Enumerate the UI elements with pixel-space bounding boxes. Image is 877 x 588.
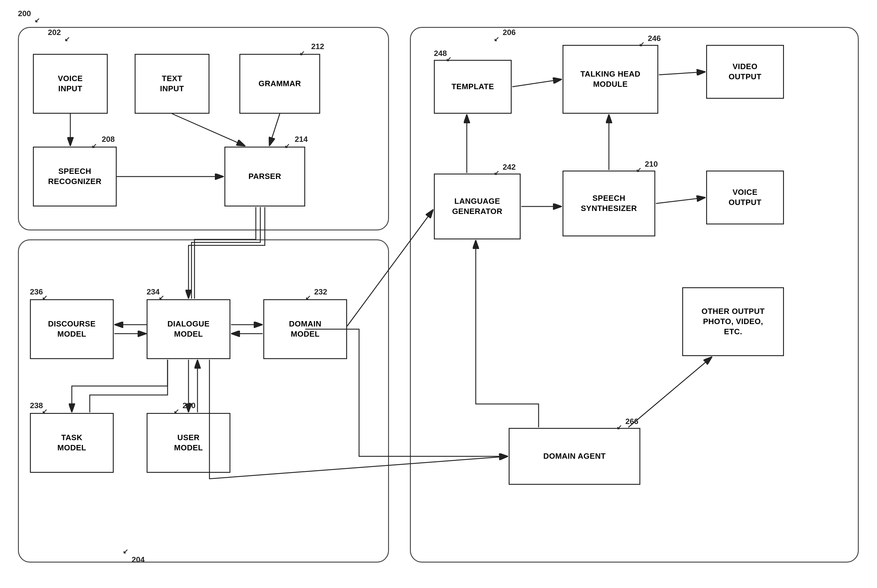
user-model-box: USERMODEL bbox=[147, 413, 230, 473]
ref-202: 202 bbox=[48, 28, 61, 37]
voice-input-box: VOICEINPUT bbox=[33, 54, 108, 114]
ref-200: 200 bbox=[18, 9, 31, 18]
ref-204: 204 bbox=[132, 555, 144, 564]
ref-arrow-206: ↙ bbox=[494, 35, 499, 43]
ref-236: 236 bbox=[30, 287, 43, 297]
talking-head-module-box: TALKING HEADMODULE bbox=[562, 45, 658, 114]
ref-240: 240 bbox=[183, 401, 195, 410]
video-output-box: VIDEOOUTPUT bbox=[706, 45, 784, 99]
ref-arrow-200: ↙ bbox=[34, 16, 40, 24]
ref-206: 206 bbox=[503, 28, 516, 37]
voice-output-box: VOICEOUTPUT bbox=[706, 171, 784, 224]
ref-238: 238 bbox=[30, 401, 43, 410]
parser-box: PARSER bbox=[225, 147, 305, 207]
text-input-box: TEXTINPUT bbox=[135, 54, 210, 114]
ref-248: 266 bbox=[625, 417, 638, 426]
ref-242: 242 bbox=[503, 162, 516, 172]
grammar-box: GRAMMAR bbox=[239, 54, 320, 114]
ref-arrow-202: ↙ bbox=[64, 35, 70, 43]
ref-arrow-204: ↙ bbox=[123, 548, 128, 555]
ref-212: 212 bbox=[311, 42, 324, 51]
ref-246: 246 bbox=[648, 34, 661, 43]
domain-agent-box: DOMAIN AGENT bbox=[509, 428, 640, 485]
template-box: TEMPLATE bbox=[434, 60, 512, 114]
ref-210: 210 bbox=[645, 159, 658, 169]
language-generator-box: LANGUAGEGENERATOR bbox=[434, 174, 521, 239]
ref-214: 214 bbox=[295, 135, 307, 144]
ref-234: 234 bbox=[147, 287, 159, 297]
container-204 bbox=[18, 239, 389, 562]
ref-266: 248 bbox=[434, 49, 447, 58]
task-model-box: TASKMODEL bbox=[30, 413, 114, 473]
ref-208: 208 bbox=[102, 135, 115, 144]
discourse-model-box: DISCOURSEMODEL bbox=[30, 299, 114, 359]
dialogue-model-box: DIALOGUEMODEL bbox=[147, 299, 230, 359]
other-output-box: OTHER OUTPUTPHOTO, VIDEO,ETC. bbox=[682, 287, 784, 356]
ref-232: 232 bbox=[314, 287, 327, 297]
domain-model-box: DOMAINMODEL bbox=[263, 299, 347, 359]
speech-recognizer-box: SPEECHRECOGNIZER bbox=[33, 147, 117, 207]
speech-synthesizer-box: SPEECHSYNTHESIZER bbox=[562, 171, 655, 236]
